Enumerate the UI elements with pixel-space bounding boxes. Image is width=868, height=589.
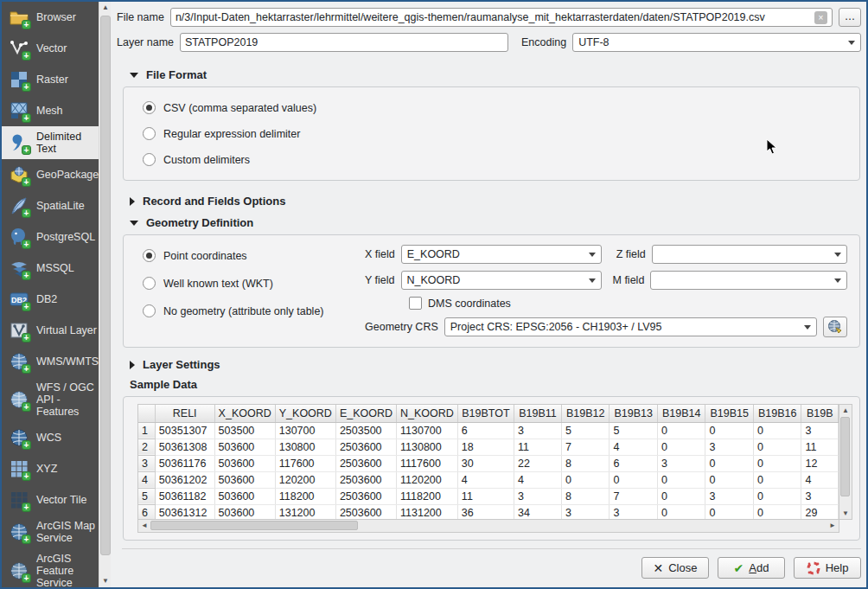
sidebar-item-arcgis-feature-service[interactable]: +ArcGIS Feature Service [2, 548, 99, 587]
scroll-up-icon[interactable]: ▲ [839, 405, 852, 416]
radio-option-regular-expression-delimiter[interactable]: Regular expression delimiter [143, 127, 847, 140]
geometry-definition-header[interactable]: Geometry Definition [122, 212, 861, 234]
sidebar-item-vector-tile[interactable]: +Vector Tile [2, 484, 99, 515]
table-row[interactable]: 4503612025036001202002503600112020044000… [138, 471, 839, 488]
x-field-value: E_KOORD [407, 248, 460, 260]
table-row[interactable]: 2503613085036001308002503600113080018117… [138, 439, 839, 455]
help-lifebuoy-icon [807, 561, 820, 575]
column-header-b19btot[interactable]: B19BTOT [457, 405, 514, 422]
table-cell: 2503600 [335, 455, 396, 471]
sidebar-item-geopackage[interactable]: +GeoPackage [2, 159, 99, 190]
column-header-n_koord[interactable]: N_KOORD [397, 405, 458, 422]
collapse-arrow-icon [130, 221, 138, 226]
x-field-label: X field [365, 248, 395, 260]
sidebar-item-mesh[interactable]: +Mesh [2, 95, 99, 126]
table-cell: 12 [801, 455, 839, 471]
sidebar-item-vector[interactable]: +Vector [2, 33, 99, 64]
radio-indicator[interactable] [143, 101, 156, 114]
table-corner-cell [138, 405, 155, 422]
radio-option-no-geometry-attribute-only-table[interactable]: No geometry (attribute only table) [143, 304, 365, 317]
sidebar-item-xyz[interactable]: +XYZ [2, 453, 99, 484]
sidebar-item-virtual-layer[interactable]: +Virtual Layer [2, 315, 99, 346]
column-header-b19b16[interactable]: B19B16 [753, 405, 801, 422]
table-horizontal-scrollbar[interactable]: ◄ ► [137, 520, 839, 533]
radio-option-csv-comma-separated-values[interactable]: CSV (comma separated values) [143, 101, 847, 114]
column-header-b19b14[interactable]: B19B14 [657, 405, 705, 422]
scroll-down-icon[interactable]: ▼ [839, 508, 852, 519]
radio-indicator[interactable] [143, 127, 156, 140]
sidebar-scrollbar[interactable]: ▲ ▼ [99, 2, 111, 587]
spatialite-icon: + [9, 195, 29, 216]
sidebar-item-postgresql[interactable]: +PostgreSQL [2, 221, 99, 253]
table-cell: 50361202 [155, 471, 214, 488]
column-header-b19b11[interactable]: B19B11 [514, 405, 561, 422]
sidebar-scrollbar-thumb[interactable] [100, 16, 111, 555]
clear-file-icon[interactable]: × [814, 11, 827, 24]
column-header-y_koord[interactable]: Y_KOORD [275, 405, 335, 422]
scroll-down-icon[interactable]: ▼ [99, 575, 112, 587]
encoding-label: Encoding [521, 36, 566, 48]
x-field-select[interactable]: E_KOORD [401, 245, 602, 264]
radio-indicator[interactable] [143, 277, 156, 290]
wcs-icon: + [9, 427, 29, 448]
file-name-input[interactable]: n/3/Input-Daten_hektarraster/lehrmittel/… [170, 8, 833, 27]
record-fields-header[interactable]: Record and Fields Options [122, 190, 861, 212]
browse-file-button[interactable]: … [839, 8, 861, 27]
radio-option-point-coordinates[interactable]: Point coordinates [143, 249, 365, 262]
file-format-header[interactable]: File Format [122, 64, 861, 86]
sidebar-item-raster[interactable]: +Raster [2, 64, 99, 95]
close-button[interactable]: ✕ Close [641, 557, 709, 579]
scroll-left-icon[interactable]: ◄ [138, 520, 150, 531]
add-button[interactable]: ✔ Add [718, 557, 785, 579]
sample-data-table[interactable]: RELIX_KOORDY_KOORDE_KOORDN_KOORDB19BTOTB… [138, 405, 839, 520]
table-cell: 0 [610, 471, 658, 488]
geometry-crs-select[interactable]: Project CRS: EPSG:2056 - CH1903+ / LV95 [444, 317, 817, 336]
sidebar-item-mssql[interactable]: +MSSQL [2, 253, 99, 284]
radio-indicator[interactable] [143, 249, 156, 262]
help-button[interactable]: Help [794, 557, 861, 579]
radio-indicator[interactable] [143, 153, 156, 166]
y-field-select[interactable]: N_KOORD [401, 271, 602, 290]
sidebar-item-wcs[interactable]: +WCS [2, 422, 99, 453]
table-cell: 0 [657, 422, 705, 439]
column-header-b19b12[interactable]: B19B12 [561, 405, 610, 422]
sidebar-item-arcgis-map-service[interactable]: +ArcGIS Map Service [2, 515, 99, 548]
sidebar-item-wfs-ogc-api-features[interactable]: +WFS / OGC API - Features [2, 377, 99, 422]
table-vertical-scrollbar[interactable]: ▲ ▼ [839, 404, 852, 520]
sidebar-item-browser[interactable]: +Browser [2, 2, 99, 33]
sidebar-item-delimited-text[interactable]: +Delimited Text [2, 126, 99, 159]
sidebar-item-spatialite[interactable]: +SpatiaLite [2, 190, 99, 221]
table-row[interactable]: 5503611825036001182002503600111820011387… [138, 488, 839, 504]
table-row[interactable]: 6503613125036001312002503600113120036343… [138, 504, 839, 520]
sidebar-item-label: Raster [36, 74, 97, 86]
select-crs-button[interactable] [823, 317, 847, 337]
m-field-select[interactable] [650, 271, 847, 290]
table-row[interactable]: 1503513075035001307002503500113070063550… [138, 422, 839, 439]
scroll-right-icon[interactable]: ► [827, 520, 839, 531]
table-cell: 1118200 [397, 488, 458, 504]
column-header-b19b15[interactable]: B19B15 [705, 405, 754, 422]
column-header-b19b[interactable]: B19B [801, 405, 839, 422]
radio-indicator[interactable] [143, 304, 156, 317]
scroll-up-icon[interactable]: ▲ [99, 2, 112, 14]
layer-name-input[interactable]: STATPOP2019 [180, 33, 508, 52]
table-cell: 8 [561, 455, 610, 471]
column-header-x_koord[interactable]: X_KOORD [214, 405, 275, 422]
table-row[interactable]: 3503611765036001176002503600111760030228… [138, 455, 839, 471]
radio-option-custom-delimiters[interactable]: Custom delimiters [143, 153, 847, 166]
table-cell: 50361182 [155, 488, 214, 504]
column-header-reli[interactable]: RELI [155, 405, 214, 422]
radio-option-well-known-text-wkt[interactable]: Well known text (WKT) [143, 277, 365, 290]
row-number: 6 [138, 504, 155, 520]
sidebar-item-db2[interactable]: DB2+DB2 [2, 284, 99, 315]
row-number: 2 [138, 439, 155, 455]
dms-checkbox[interactable] [409, 297, 422, 310]
sidebar-item-wms-wmts[interactable]: +WMS/WMTS [2, 346, 99, 377]
layer-settings-header[interactable]: Layer Settings [122, 354, 861, 375]
column-header-e_koord[interactable]: E_KOORD [335, 405, 396, 422]
v-scrollbar-thumb[interactable] [840, 417, 850, 496]
z-field-select[interactable] [652, 245, 847, 264]
h-scrollbar-thumb[interactable] [150, 521, 358, 530]
encoding-select[interactable]: UTF-8 [572, 33, 861, 52]
column-header-b19b13[interactable]: B19B13 [610, 405, 658, 422]
